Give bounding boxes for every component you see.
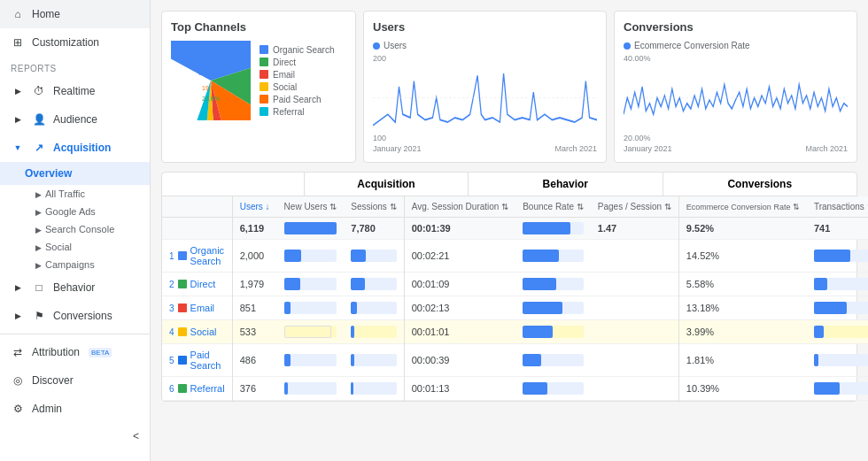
row5-pages [591, 344, 679, 377]
table-row: 1 Organic Search 2,000 00:02:21 [162, 240, 868, 273]
legend-direct: Direct [260, 58, 334, 67]
sidebar: ⌂ Home ⊞ Customization REPORTS ▶ ⏱ Realt… [0, 0, 151, 461]
conversions-icon: ⚑ [32, 309, 46, 323]
sidebar-item-discover[interactable]: ◎ Discover [0, 366, 150, 395]
row4-channel: 4 Social [162, 320, 232, 344]
sidebar-item-home[interactable]: ⌂ Home [0, 0, 150, 28]
conv-x-labels: January 2021 March 2021 [624, 144, 848, 153]
expand-icon4: ▶ [11, 280, 25, 295]
row3-avg-session: 00:02:13 [404, 296, 515, 320]
th-sessions[interactable]: Sessions ⇅ [344, 196, 404, 218]
legend-social: Social [260, 82, 334, 92]
sidebar-item-acquisition[interactable]: ▼ ↗ Acquisition [0, 134, 150, 162]
admin-icon: ⚙ [11, 402, 25, 416]
row6-users: 376 [232, 377, 276, 401]
users-chart-card: Users Users 200 100 January 2021 March 2… [363, 11, 607, 163]
pie-legend: Organic Search Direct Email Social [260, 45, 334, 117]
sidebar-item-google-ads[interactable]: ▶Google Ads [0, 203, 150, 220]
sidebar-item-admin[interactable]: ⚙ Admin [0, 395, 150, 423]
acquisition-header: Acquisition [304, 173, 469, 196]
users-title: Users [373, 20, 597, 34]
row2-avg-session: 00:01:09 [404, 273, 515, 296]
expand-icon5: ▶ [11, 309, 25, 323]
table-spacer [162, 173, 304, 196]
th-bounce-rate[interactable]: Bounce Rate ⇅ [515, 196, 591, 218]
users-y-max: 200 [373, 54, 597, 63]
row1-new-users-bar [277, 240, 345, 273]
row2-ecommerce: 5.58% [678, 273, 807, 296]
table-row: 3 Email 851 00:02:13 [162, 296, 868, 320]
row6-sessions-bar [344, 377, 404, 401]
row4-new-users-bar [277, 320, 345, 344]
row2-trans-bar [807, 273, 868, 296]
row6-new-users-bar [277, 377, 345, 401]
conversions-title: Conversions [624, 20, 848, 34]
th-channel[interactable] [162, 196, 232, 218]
users-legend-dot [373, 42, 380, 50]
users-x-labels: January 2021 March 2021 [373, 144, 597, 153]
realtime-icon: ⏱ [32, 84, 46, 98]
users-line-chart [373, 65, 597, 131]
th-pages-session[interactable]: Pages / Session ⇅ [591, 196, 679, 218]
sidebar-item-conversions[interactable]: ▶ ⚑ Conversions [0, 302, 150, 330]
table-row: 6 Referral 376 00:01:13 [162, 377, 868, 401]
discover-icon: ◎ [11, 373, 25, 388]
sidebar-item-all-traffic[interactable]: ▶All Traffic [0, 185, 150, 203]
expand-icon3: ▼ [11, 141, 25, 155]
total-pages: 1.47 [591, 218, 679, 240]
sidebar-item-audience[interactable]: ▶ 👤 Audience [0, 105, 150, 134]
row1-users: 2,000 [232, 240, 276, 273]
legend-paid: Paid Search [260, 95, 334, 104]
row1-pages [591, 240, 679, 273]
sidebar-collapse-button[interactable]: < [0, 423, 150, 449]
row6-ecommerce: 10.39% [678, 377, 807, 401]
row1-channel: 1 Organic Search [162, 240, 232, 273]
home-icon: ⌂ [11, 7, 25, 21]
svg-text:32.1%: 32.1% [198, 67, 223, 77]
conversions-line-chart [624, 65, 848, 131]
organic-dot [260, 45, 268, 54]
row4-ecommerce: 3.99% [678, 320, 807, 344]
row1-trans-bar [807, 240, 868, 273]
row2-new-users-bar [277, 273, 345, 296]
row3-pages [591, 296, 679, 320]
conversions-header: Conversions [663, 173, 856, 196]
audience-icon: 👤 [32, 112, 46, 127]
svg-point-5 [171, 41, 251, 120]
row5-ecommerce: 1.81% [678, 344, 807, 377]
total-bounce-bar [515, 218, 591, 240]
row4-sessions-bar [344, 320, 404, 344]
sidebar-item-search-console[interactable]: ▶Search Console [0, 220, 150, 238]
sidebar-item-realtime[interactable]: ▶ ⏱ Realtime [0, 77, 150, 105]
sidebar-item-social[interactable]: ▶Social [0, 238, 150, 256]
total-avg-session: 00:01:39 [404, 218, 515, 240]
conv-y-max: 40.00% [624, 54, 848, 63]
th-users[interactable]: Users ↓ [232, 196, 276, 218]
data-table: Users ↓ New Users ⇅ Sessions ⇅ Avg. Sess… [162, 196, 868, 401]
th-ecommerce-rate[interactable]: Ecommerce Conversion Rate ⇅ [678, 196, 807, 218]
svg-text:19.5%: 19.5% [202, 85, 220, 91]
row3-bounce-bar [515, 296, 591, 320]
th-avg-session[interactable]: Avg. Session Duration ⇅ [404, 196, 515, 218]
row3-channel: 3 Email [162, 296, 232, 320]
row6-trans-bar [807, 377, 868, 401]
total-label [162, 218, 232, 240]
social-channel-dot [178, 327, 187, 336]
sidebar-item-customization[interactable]: ⊞ Customization [0, 28, 150, 57]
total-users: 6,119 [232, 218, 276, 240]
pie-chart: 32.1% 19.5% 21.8% [171, 41, 251, 120]
table-row: 5 Paid Search 486 00:00:39 [162, 344, 868, 377]
paid-dot [260, 95, 268, 104]
row4-users: 533 [232, 320, 276, 344]
email-channel-dot [178, 303, 187, 312]
sidebar-item-campaigns[interactable]: ▶Campaigns [0, 256, 150, 273]
sidebar-item-attribution[interactable]: ⇄ Attribution BETA [0, 338, 150, 366]
row5-sessions-bar [344, 344, 404, 377]
table-row-highlighted: 4 Social 533 00:01:01 [162, 320, 868, 344]
th-transactions[interactable]: Transactions ⇅ [807, 196, 868, 218]
data-table-section: Acquisition Behavior Conversions Users ↓… [161, 172, 857, 402]
beta-badge: BETA [89, 348, 112, 357]
sidebar-item-overview[interactable]: Overview [0, 162, 150, 185]
th-new-users[interactable]: New Users ⇅ [277, 196, 345, 218]
sidebar-item-behavior[interactable]: ▶ □ Behavior [0, 273, 150, 302]
